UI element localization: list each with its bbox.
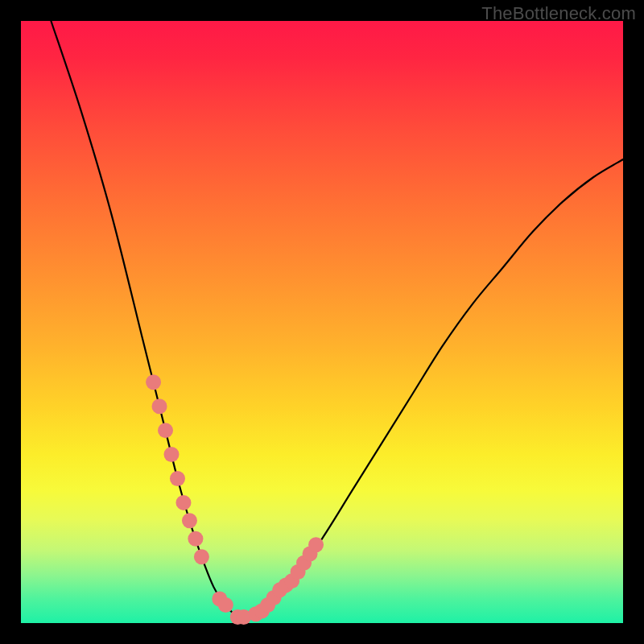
plot-area xyxy=(21,21,623,623)
chart-frame: TheBottleneck.com xyxy=(0,0,644,644)
marker-dot xyxy=(194,549,209,564)
marker-group xyxy=(146,374,324,625)
marker-dot xyxy=(164,447,180,462)
chart-svg xyxy=(21,21,623,623)
marker-dot xyxy=(182,513,197,528)
marker-dot xyxy=(188,531,203,547)
marker-dot xyxy=(175,495,191,510)
marker-dot xyxy=(146,374,161,390)
marker-dot xyxy=(170,471,185,486)
marker-dot xyxy=(308,537,324,552)
watermark-text: TheBottleneck.com xyxy=(481,3,636,24)
marker-dot xyxy=(158,423,173,438)
marker-dot xyxy=(218,597,233,613)
marker-dot xyxy=(152,398,167,414)
bottleneck-curve xyxy=(51,21,623,618)
